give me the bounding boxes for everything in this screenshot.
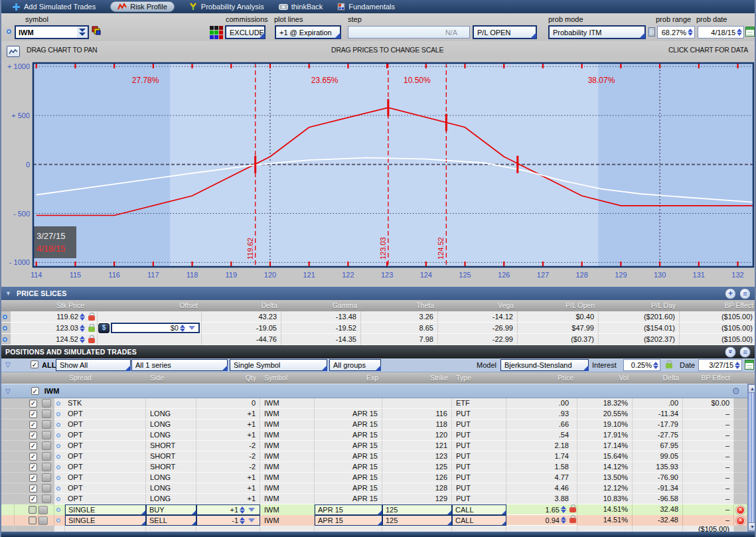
row-checkbox[interactable] <box>29 495 37 503</box>
offset-dropdown-icon[interactable] <box>189 326 195 330</box>
expand-icon[interactable]: ▽ <box>5 361 11 368</box>
row-tool-icon[interactable] <box>38 506 48 514</box>
collapse-icon[interactable]: ▼ <box>5 290 11 297</box>
spinner-icon[interactable] <box>180 325 185 332</box>
spinner-icon[interactable] <box>240 517 245 524</box>
show-filter-dropdown[interactable]: Show All <box>56 359 131 371</box>
position-row[interactable]: OPT LONG +1 IWM APR 15 129 PUT 3.88 10.8… <box>1 494 755 504</box>
step-field[interactable]: N/A <box>348 26 470 38</box>
group-checkbox[interactable] <box>31 387 39 395</box>
series-filter-dropdown[interactable]: All 1 series <box>131 359 228 371</box>
price-stepper[interactable]: 0.94 <box>506 515 577 526</box>
type-dropdown[interactable]: CALL <box>452 515 506 526</box>
col-offset[interactable]: Offset <box>98 300 202 311</box>
side-dropdown[interactable]: BUY <box>146 504 196 515</box>
dollar-slice-icon[interactable]: $ <box>98 323 110 333</box>
row-tool-icon[interactable] <box>42 420 51 429</box>
col-gamma[interactable]: Gamma <box>281 300 361 311</box>
tab-probability-analysis[interactable]: Probability Analysis <box>189 3 264 11</box>
strike-dropdown[interactable]: 125 <box>382 504 452 515</box>
commissions-grid-icon[interactable] <box>210 26 224 42</box>
tab-risk-profile[interactable]: Risk Profile <box>110 1 175 12</box>
symbol-scope-dropdown[interactable]: Single Symbol <box>230 359 327 371</box>
positions-header[interactable]: POSITIONS AND SIMULATED TRADES » ≡ <box>1 345 755 358</box>
positions-scrollbar[interactable]: ▲ ▼ <box>747 384 756 532</box>
col-vol[interactable]: Vol <box>577 372 633 384</box>
plot-lines-dropdown[interactable]: +1 @ Expiration <box>275 25 341 39</box>
row-tool-icon[interactable] <box>42 441 51 450</box>
offset-input[interactable]: $0 <box>111 323 200 333</box>
row-tool-icon[interactable] <box>42 473 51 482</box>
col-theta[interactable]: Theta <box>361 300 438 311</box>
price-stepper[interactable]: 1.65 <box>506 504 577 515</box>
calendar-icon[interactable] <box>745 27 755 37</box>
row-tool-icon[interactable] <box>42 463 51 471</box>
price-slice-row[interactable]: 124.52 -44.76 -14.35 7.98 -22.99 ($0.37)… <box>1 334 755 345</box>
price-slice-row[interactable]: 123.03 $ $0 -19.05 -19.52 8.65 -26.99 $4… <box>1 323 755 334</box>
scroll-down-icon[interactable]: ▼ <box>748 522 756 531</box>
col-stk-price[interactable]: Stk Price <box>11 300 98 311</box>
price-slices-header[interactable]: ▼ PRICE SLICES + ≡ <box>1 287 755 300</box>
position-row[interactable]: OPT LONG +1 IWM APR 15 126 PUT 4.77 13.5… <box>1 473 755 483</box>
calendar-icon[interactable] <box>745 360 754 370</box>
spinner-icon[interactable] <box>737 29 742 36</box>
tab-add-simulated-trades[interactable]: Add Simulated Trades <box>12 3 96 11</box>
all-checkbox[interactable] <box>31 360 38 368</box>
position-row[interactable]: OPT SHORT -2 IWM APR 15 121 PUT 2.18 17.… <box>1 441 755 451</box>
commissions-dropdown[interactable]: EXCLUDE <box>225 25 265 39</box>
spinner-icon[interactable] <box>688 29 693 36</box>
spinner-icon[interactable] <box>653 362 658 369</box>
position-row[interactable]: OPT LONG +1 IWM APR 15 118 PUT .66 19.10… <box>1 420 755 430</box>
row-checkbox[interactable] <box>29 442 37 450</box>
col-pl-day[interactable]: P/L Day <box>599 300 680 311</box>
qty-dropdown-icon[interactable] <box>248 518 255 522</box>
lock-icon[interactable] <box>569 518 576 523</box>
slices-menu-icon[interactable]: ≡ <box>739 288 751 299</box>
lock-icon[interactable] <box>666 363 672 368</box>
row-checkbox[interactable] <box>29 421 37 429</box>
col-delta[interactable]: Delta <box>633 372 683 384</box>
position-row[interactable]: OPT SHORT -2 IWM APR 15 125 PUT 1.58 14.… <box>1 462 755 473</box>
lock-icon[interactable] <box>88 338 95 343</box>
row-checkbox[interactable] <box>29 410 37 418</box>
spread-dropdown[interactable]: SINGLE <box>65 504 146 515</box>
row-tool-icon[interactable] <box>42 495 51 503</box>
row-checkbox[interactable] <box>29 463 37 471</box>
spinner-icon[interactable] <box>561 506 566 513</box>
position-row[interactable]: STK 0 IWM ETF .00 18.32% .00 $0.00 <box>1 398 755 409</box>
col-strike[interactable]: Strike <box>382 372 452 384</box>
lock-icon[interactable] <box>88 327 95 332</box>
pl-open-dropdown[interactable]: P/L OPEN <box>473 25 537 39</box>
qty-stepper[interactable]: -1 <box>196 515 260 526</box>
col-symbol[interactable]: Symbol <box>260 372 315 384</box>
side-dropdown[interactable]: SELL <box>146 515 196 526</box>
row-checkbox[interactable] <box>29 400 37 408</box>
expand-icon[interactable]: ▽ <box>5 388 11 395</box>
position-row[interactable]: OPT LONG +1 IWM APR 15 120 PUT .54 17.91… <box>1 430 755 441</box>
col-vega[interactable]: Vega <box>438 300 518 311</box>
row-checkbox[interactable] <box>29 485 37 493</box>
position-row[interactable]: OPT LONG +1 IWM APR 15 116 PUT .93 20.55… <box>1 409 755 420</box>
qty-dropdown-icon[interactable] <box>248 508 255 512</box>
exp-dropdown[interactable]: APR 15 <box>315 515 382 526</box>
col-price[interactable]: Price <box>506 372 577 384</box>
scroll-up-icon[interactable]: ▲ <box>748 384 756 393</box>
col-pl-open[interactable]: P/L Open <box>518 300 599 311</box>
interest-field[interactable]: 0.25% <box>623 359 660 371</box>
groups-filter-dropdown[interactable]: All groups <box>329 359 381 371</box>
symbol-group-row[interactable]: ▽ IWM ⚙ <box>1 384 755 398</box>
col-delta[interactable]: Delta <box>202 300 281 311</box>
risk-profile-chart[interactable]: 119.62123.03124.5227.78%23.65%10.50%38.0… <box>1 58 756 285</box>
simulated-trade-row-buy[interactable]: SINGLE BUY +1 IWM APR 15 125 CALL 1.65 1… <box>1 504 755 515</box>
add-slice-icon[interactable]: + <box>725 288 736 299</box>
row-tool-icon[interactable] <box>42 431 51 439</box>
position-row[interactable]: OPT LONG +1 IWM APR 15 128 PUT 4.46 12.1… <box>1 483 755 494</box>
spinner-icon[interactable] <box>561 516 566 524</box>
col-spread[interactable]: Spread <box>65 372 146 384</box>
lock-icon[interactable] <box>569 507 576 512</box>
price-slice-row[interactable]: 119.62 43.23 -13.48 3.26 -14.12 $0.40 ($… <box>1 311 755 323</box>
spinner-icon[interactable] <box>735 362 740 369</box>
collapse-all-icon[interactable]: » <box>725 346 736 358</box>
type-dropdown[interactable]: CALL <box>452 504 506 515</box>
row-tool-icon[interactable] <box>42 399 51 408</box>
